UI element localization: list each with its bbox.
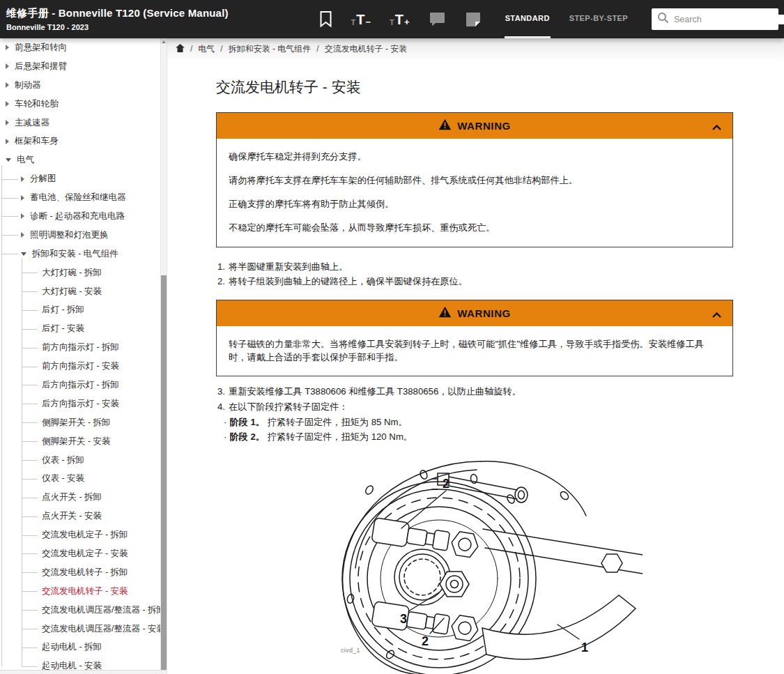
- callout-3: 3: [400, 612, 407, 626]
- figure-caption: civd_1: [341, 647, 360, 654]
- sidebar-item[interactable]: 点火开关 - 安装: [0, 507, 161, 526]
- figure-drawing: 2 3 2 1: [335, 459, 643, 674]
- sidebar-item[interactable]: 后灯 - 安装: [0, 319, 161, 338]
- comment-icon[interactable]: [429, 10, 446, 28]
- sidebar-item-label: 交流发电机定子 - 拆卸: [42, 529, 128, 541]
- step-item: 3.重新安装维修工具 T3880606 和维修工具 T3880656，以防止曲轴…: [217, 385, 733, 398]
- chevron-right-icon[interactable]: [21, 195, 24, 201]
- sidebar-item[interactable]: 后方向指示灯 - 拆卸: [0, 376, 161, 395]
- home-icon[interactable]: [176, 44, 185, 54]
- sidebar-item[interactable]: 仪表 - 拆卸: [0, 451, 161, 470]
- sidebar-item[interactable]: 仪表 - 安装: [0, 469, 161, 488]
- sidebar-item[interactable]: 起动电机 - 拆卸: [0, 638, 161, 657]
- sidebar-item-label: 交流发电机调压器/整流器 - 拆卸: [42, 604, 165, 616]
- search-box[interactable]: [652, 8, 778, 30]
- step-number: 4.: [217, 401, 225, 413]
- sidebar-item[interactable]: 诊断 - 起动器和充电电路: [0, 207, 161, 226]
- sidebar-item[interactable]: 大灯灯碗 - 安装: [0, 282, 161, 301]
- sidebar-item[interactable]: 点火开关 - 拆卸: [0, 488, 161, 507]
- chevron-down-icon[interactable]: [6, 158, 11, 162]
- breadcrumb-item[interactable]: 电气: [198, 43, 215, 55]
- substep-item: ·阶段 1。拧紧转子固定件，扭矩为 85 Nm。: [224, 416, 733, 429]
- step-number: 2.: [217, 275, 225, 288]
- sidebar-item-label: 后方向指示灯 - 拆卸: [42, 379, 119, 391]
- sidebar-item-label: 主减速器: [15, 117, 49, 129]
- sidebar-item[interactable]: 交流发电机转子 - 安装: [0, 582, 161, 601]
- breadcrumb-separator: /: [190, 44, 192, 54]
- chevron-right-icon[interactable]: [6, 120, 9, 125]
- substep-text: 拧紧转子固定件，扭矩为 85 Nm。: [268, 416, 408, 429]
- scrollbar-up-arrow-icon[interactable]: [162, 40, 166, 43]
- sidebar-item[interactable]: 交流发电机定子 - 安装: [0, 544, 161, 563]
- breadcrumb: /电气/拆卸和安装 - 电气组件/交流发电机转子 - 安装: [167, 38, 784, 59]
- step-item: 4.在以下阶段拧紧转子固定件：: [217, 401, 733, 413]
- sidebar-item-label: 诊断 - 起动器和充电电路: [30, 210, 125, 222]
- sidebar-item[interactable]: 大灯灯碗 - 拆卸: [0, 263, 161, 282]
- header-titles: 维修手册 - Bonneville T120 (Service Manual) …: [0, 7, 229, 31]
- sidebar-horizontal-scrollbar[interactable]: [0, 670, 167, 674]
- warning-body-2: 转子磁铁的力量非常大。当将维修工具安装到转子上时，磁铁可能"抓住"维修工具，导致…: [217, 326, 732, 376]
- sidebar-item-label: 后灯 - 安装: [42, 323, 84, 335]
- sidebar-item[interactable]: 交流发电机定子 - 拆卸: [0, 526, 161, 544]
- chevron-up-icon[interactable]: [712, 309, 722, 321]
- sidebar-item-label: 交流发电机转子 - 拆卸: [42, 567, 128, 579]
- warning-body-1: 确保摩托车稳定并得到充分支撑。请勿将摩托车支撑在摩托车车架的任何辅助部件、排气系…: [217, 139, 732, 247]
- chevron-right-icon[interactable]: [21, 213, 24, 219]
- step-item: 2.将转子组装到曲轴上的键路径上，确保半圆键保持在原位。: [217, 275, 733, 288]
- tab-step-by-step[interactable]: STEP-BY-STEP: [569, 0, 629, 38]
- sidebar-scrollbar[interactable]: [160, 38, 167, 670]
- sidebar-item[interactable]: 交流发电机调压器/整流器 - 安装: [0, 620, 161, 638]
- sidebar-item[interactable]: 分解图: [0, 169, 161, 188]
- bookmark-icon[interactable]: [319, 10, 332, 28]
- tree-guide-line: [22, 259, 22, 666]
- breadcrumb-item[interactable]: 拆卸和安装 - 电气组件: [229, 43, 312, 55]
- font-increase-icon[interactable]: TT+: [390, 13, 410, 26]
- sidebar-item[interactable]: 前方向指示灯 - 拆卸: [0, 338, 161, 357]
- manual-title: 维修手册 - Bonneville T120 (Service Manual): [6, 7, 229, 20]
- sidebar-item[interactable]: 拆卸和安装 - 电气组件: [0, 245, 161, 263]
- warning-header-2[interactable]: WARNING: [217, 300, 732, 326]
- bullet-icon: ·: [224, 416, 226, 429]
- chevron-right-icon[interactable]: [21, 176, 24, 182]
- warning-paragraph: 确保摩托车稳定并得到充分支撑。: [229, 150, 721, 163]
- sidebar-item[interactable]: 前方向指示灯 - 安装: [0, 357, 161, 376]
- manual-subtitle: Bonneville T120 - 2023: [6, 23, 229, 31]
- sidebar-item-label: 车轮和轮胎: [15, 98, 59, 110]
- chevron-right-icon[interactable]: [6, 82, 9, 88]
- tab-standard[interactable]: STANDARD: [505, 0, 551, 38]
- sidebar-item[interactable]: 后灯 - 拆卸: [0, 300, 161, 319]
- chevron-down-icon[interactable]: [21, 252, 26, 256]
- sidebar-item[interactable]: 主减速器: [0, 114, 161, 132]
- sidebar-item[interactable]: 电气: [0, 151, 161, 169]
- sidebar-item[interactable]: 前悬架和转向: [0, 38, 161, 57]
- chevron-right-icon[interactable]: [6, 139, 9, 144]
- chevron-right-icon[interactable]: [6, 63, 9, 69]
- sidebar-item[interactable]: 侧脚架开关 - 安装: [0, 432, 161, 451]
- callout-2-bottom: 2: [422, 634, 429, 648]
- search-input[interactable]: [674, 15, 784, 24]
- sidebar-item-label: 后灯 - 拆卸: [42, 304, 84, 316]
- sidebar-item[interactable]: 蓄电池、保险丝和继电器: [0, 188, 161, 207]
- warning-paragraph: 不稳定的摩托车可能会坠落，从而导致摩托车损坏、重伤或死亡。: [229, 221, 721, 234]
- sidebar-item[interactable]: 框架和车身: [0, 132, 161, 151]
- sidebar-item[interactable]: 照明调整和灯泡更换: [0, 226, 161, 245]
- sidebar-item[interactable]: 交流发电机转子 - 拆卸: [0, 563, 161, 582]
- font-decrease-icon[interactable]: TT−: [351, 13, 371, 26]
- note-icon[interactable]: [465, 11, 482, 28]
- sidebar-item-label: 侧脚架开关 - 拆卸: [42, 417, 111, 429]
- step-item: 1.将半圆键重新安装到曲轴上。: [217, 261, 733, 273]
- sidebar-scrollbar-thumb[interactable]: [161, 275, 167, 670]
- sidebar-item[interactable]: 制动器: [0, 76, 161, 95]
- chevron-right-icon[interactable]: [21, 232, 24, 238]
- chevron-right-icon[interactable]: [6, 45, 9, 50]
- sidebar-item[interactable]: 侧脚架开关 - 拆卸: [0, 413, 161, 432]
- sidebar-item[interactable]: 车轮和轮胎: [0, 95, 161, 114]
- warning-paragraph: 请勿将摩托车支撑在摩托车车架的任何辅助部件、排气系统或任何其他非结构部件上。: [229, 174, 721, 187]
- warning-header-1[interactable]: WARNING: [217, 113, 732, 139]
- breadcrumb-item[interactable]: 交流发电机转子 - 安装: [325, 43, 408, 55]
- sidebar-item[interactable]: 交流发电机调压器/整流器 - 拆卸: [0, 601, 161, 620]
- chevron-up-icon[interactable]: [712, 121, 722, 134]
- sidebar-item[interactable]: 后悬架和摆臂: [0, 57, 161, 76]
- chevron-right-icon[interactable]: [6, 101, 9, 107]
- sidebar-item[interactable]: 后方向指示灯 - 安装: [0, 395, 161, 413]
